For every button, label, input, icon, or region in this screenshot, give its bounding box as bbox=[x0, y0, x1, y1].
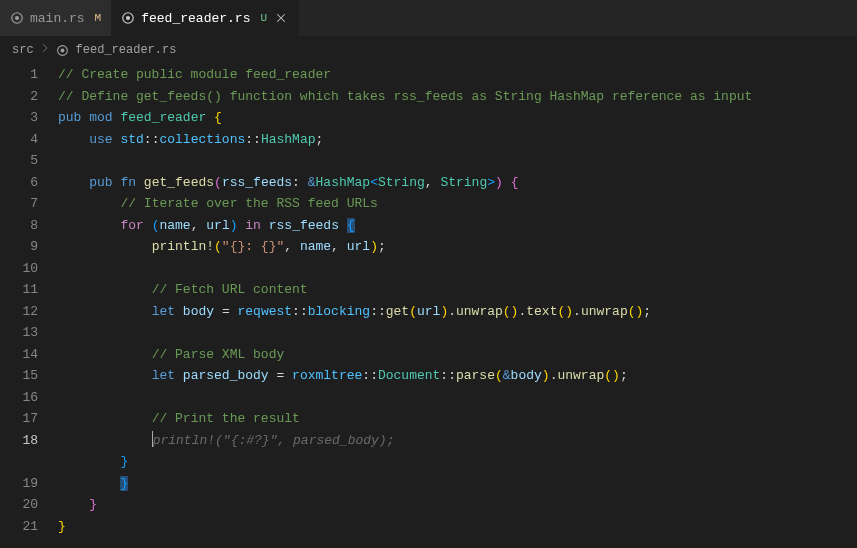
code-line[interactable]: // Fetch URL content bbox=[58, 279, 857, 301]
chevron-right-icon bbox=[40, 43, 50, 57]
code-line[interactable]: // Create public module feed_reader bbox=[58, 64, 857, 86]
breadcrumb[interactable]: src feed_reader.rs bbox=[0, 36, 857, 64]
code-line[interactable]: use std::collections::HashMap; bbox=[58, 129, 857, 151]
line-number: 18 bbox=[0, 430, 58, 452]
cursor bbox=[152, 431, 153, 447]
tab-main-label: main.rs bbox=[30, 11, 85, 26]
line-number: 10 bbox=[0, 258, 58, 280]
breadcrumb-segment[interactable]: feed_reader.rs bbox=[76, 43, 177, 57]
line-number: 17 bbox=[0, 408, 58, 430]
line-number: 21 bbox=[0, 516, 58, 538]
code-line[interactable]: // Iterate over the RSS feed URLs bbox=[58, 193, 857, 215]
code-line[interactable]: // Print the result bbox=[58, 408, 857, 430]
code-line[interactable]: for (name, url) in rss_feeds { bbox=[58, 215, 857, 237]
line-number: 11 bbox=[0, 279, 58, 301]
code-line[interactable] bbox=[58, 387, 857, 409]
line-number: 1 bbox=[0, 64, 58, 86]
tab-main[interactable]: main.rs M bbox=[0, 0, 111, 36]
code-line[interactable]: } bbox=[58, 494, 857, 516]
tab-main-status: M bbox=[95, 12, 102, 24]
code-line[interactable] bbox=[58, 150, 857, 172]
code-line[interactable]: pub mod feed_reader { bbox=[58, 107, 857, 129]
code-line[interactable]: // Parse XML body bbox=[58, 344, 857, 366]
line-number: 7 bbox=[0, 193, 58, 215]
line-number bbox=[0, 451, 58, 473]
svg-point-5 bbox=[61, 48, 65, 52]
rust-icon bbox=[56, 43, 70, 57]
line-number: 13 bbox=[0, 322, 58, 344]
rust-icon bbox=[10, 11, 24, 25]
code-line[interactable]: } bbox=[58, 451, 857, 473]
code-line[interactable]: pub fn get_feeds(rss_feeds: &HashMap<Str… bbox=[58, 172, 857, 194]
tab-feed-reader-status: U bbox=[260, 12, 267, 24]
tab-feed-reader-label: feed_reader.rs bbox=[141, 11, 250, 26]
tab-bar: main.rs M feed_reader.rs U bbox=[0, 0, 857, 36]
line-number: 9 bbox=[0, 236, 58, 258]
code-line[interactable]: println!("{}: {}", name, url); bbox=[58, 236, 857, 258]
tab-feed-reader[interactable]: feed_reader.rs U bbox=[111, 0, 299, 36]
close-icon[interactable] bbox=[273, 10, 289, 26]
line-number: 3 bbox=[0, 107, 58, 129]
breadcrumb-segment[interactable]: src bbox=[12, 43, 34, 57]
line-number: 19 bbox=[0, 473, 58, 495]
rust-icon bbox=[121, 11, 135, 25]
code-line[interactable]: let body = reqwest::blocking::get(url).u… bbox=[58, 301, 857, 323]
code-line[interactable] bbox=[58, 322, 857, 344]
line-number: 8 bbox=[0, 215, 58, 237]
line-number: 4 bbox=[0, 129, 58, 151]
line-number: 2 bbox=[0, 86, 58, 108]
line-number: 15 bbox=[0, 365, 58, 387]
code-line[interactable] bbox=[58, 258, 857, 280]
code-line[interactable]: println!("{:#?}", parsed_body); bbox=[58, 430, 857, 452]
code-line[interactable]: } bbox=[58, 516, 857, 538]
line-number: 5 bbox=[0, 150, 58, 172]
code-line[interactable]: let parsed_body = roxmltree::Document::p… bbox=[58, 365, 857, 387]
line-number: 12 bbox=[0, 301, 58, 323]
line-number: 6 bbox=[0, 172, 58, 194]
line-number: 14 bbox=[0, 344, 58, 366]
svg-point-1 bbox=[15, 16, 19, 20]
line-number: 20 bbox=[0, 494, 58, 516]
code-editor[interactable]: 1// Create public module feed_reader 2//… bbox=[0, 64, 857, 537]
code-line[interactable]: // Define get_feeds() function which tak… bbox=[58, 86, 857, 108]
line-number: 16 bbox=[0, 387, 58, 409]
svg-point-3 bbox=[126, 16, 130, 20]
code-line[interactable]: } bbox=[58, 473, 857, 495]
